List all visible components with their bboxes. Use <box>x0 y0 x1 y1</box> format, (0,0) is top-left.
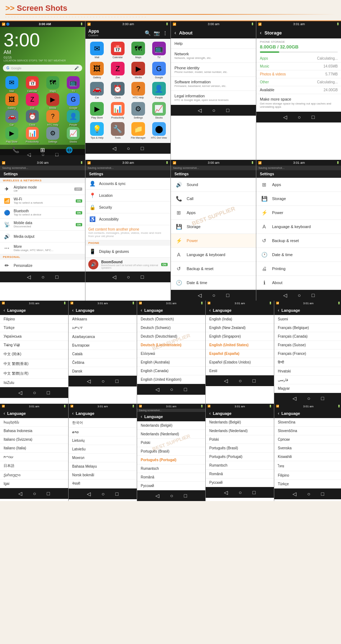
list-item[interactable]: ✉ Mail <box>87 41 107 60</box>
list-item[interactable]: Help <box>171 38 256 49</box>
list-item[interactable]: 🔒 Security <box>85 201 170 213</box>
list-item[interactable]: Other Calculating... <box>256 78 341 86</box>
home-button[interactable]: ○ <box>239 378 242 384</box>
list-item[interactable]: Eesti <box>206 367 274 375</box>
list-item[interactable]: Español (España) <box>206 349 274 358</box>
list-item[interactable]: English (Canada) <box>137 367 205 375</box>
list-item[interactable]: English (United States) <box>206 341 274 349</box>
list-item[interactable]: Italiano (Italia) <box>0 444 68 453</box>
list-item[interactable]: 한국어 <box>69 418 137 428</box>
home-button[interactable]: ○ <box>307 395 310 401</box>
list-item[interactable]: ▶ Play Store <box>87 101 107 120</box>
list-item[interactable]: English (Singapore) <box>206 332 274 341</box>
list-item[interactable]: فارسی <box>274 376 341 384</box>
list-item[interactable]: 📊 Productivity <box>22 127 42 143</box>
list-item[interactable]: Српски <box>274 435 341 444</box>
list-item[interactable]: 📺 TV <box>64 76 83 92</box>
list-item[interactable]: 🖨 Printing <box>256 262 341 276</box>
recent-button[interactable]: □ <box>184 493 187 499</box>
list-item[interactable]: Slovenčina <box>274 418 341 427</box>
list-item[interactable]: Azarbaycanca <box>69 333 137 341</box>
back-button[interactable]: ◁ <box>112 145 116 151</box>
list-item[interactable]: Suomi <box>274 315 341 324</box>
list-item[interactable]: हिन्दी <box>274 358 341 367</box>
list-item[interactable]: 🚗 Car <box>2 110 22 126</box>
camera-icon[interactable]: 📷 <box>154 30 160 36</box>
list-item[interactable]: ქართული <box>0 471 68 479</box>
list-item[interactable]: 🔧 Tools <box>108 121 128 140</box>
list-item[interactable]: ▶ Media <box>129 61 148 80</box>
google-search-bar[interactable]: G Google 🎤 <box>3 65 82 71</box>
back-button[interactable]: ◁ <box>198 292 202 298</box>
recent-button[interactable]: □ <box>141 145 144 151</box>
list-item[interactable]: 🖼 Gallery <box>87 61 107 80</box>
recent-button[interactable]: □ <box>116 378 118 384</box>
list-item[interactable]: ⋯ More Data usage, HTC Mini+, NFC... <box>0 242 85 254</box>
list-item[interactable]: ▶ Play Store <box>2 127 22 143</box>
list-item[interactable]: հայերեն <box>0 418 68 427</box>
home-button[interactable]: ○ <box>33 390 36 395</box>
list-item[interactable]: 👤 People <box>149 81 169 100</box>
list-item[interactable]: Kiswahili <box>274 453 341 461</box>
list-item[interactable]: Français (Suisse) <box>274 341 341 349</box>
list-item[interactable]: ↺ Backup & reset <box>256 234 341 248</box>
list-item[interactable]: ♿ Accessibility <box>85 213 170 225</box>
more-icon[interactable]: ⋮ <box>163 30 168 36</box>
home-button[interactable]: ○ <box>170 386 173 392</box>
list-item[interactable]: Català <box>69 350 137 358</box>
list-item[interactable]: ⚡ Power <box>256 206 341 220</box>
list-item[interactable]: ? HTC Help <box>43 110 63 126</box>
back-button[interactable]: ◁ <box>155 386 159 392</box>
recent-button[interactable]: □ <box>253 378 256 384</box>
back-button[interactable]: ◁ <box>293 491 296 497</box>
list-item[interactable]: Photos & videos 5.77MB <box>256 70 341 78</box>
mobile-toggle[interactable]: ON <box>76 223 83 226</box>
home-button[interactable]: ○ <box>239 490 242 495</box>
list-item[interactable]: 中文 (简体) <box>0 349 68 359</box>
home-button[interactable]: ○ <box>33 491 36 496</box>
list-item[interactable]: Български <box>69 341 137 350</box>
recent-button[interactable]: □ <box>226 107 229 113</box>
list-item[interactable]: ไทย <box>274 461 341 471</box>
list-item[interactable]: G Google <box>149 61 169 80</box>
list-item[interactable]: ? HTC Help <box>129 81 148 100</box>
list-item[interactable]: Română <box>206 470 274 478</box>
list-item[interactable]: Українська <box>0 332 68 341</box>
list-item[interactable]: Français (Belgique) <box>274 324 341 332</box>
list-item[interactable]: Nederlands (België) <box>137 421 205 430</box>
airplane-toggle[interactable]: OFF <box>74 187 82 191</box>
back-icon[interactable]: ‹ <box>4 308 5 313</box>
list-item[interactable]: Slovenščina <box>274 427 341 435</box>
list-item[interactable]: English (Australia) <box>137 358 205 367</box>
list-item[interactable]: 📱 Display & gestures <box>85 246 170 258</box>
list-item[interactable]: Network Network, signal strength, etc. <box>171 49 256 63</box>
back-button[interactable]: ◁ <box>155 493 159 499</box>
back-button[interactable]: ◁ <box>18 491 22 496</box>
list-item[interactable]: Dansk <box>69 367 137 376</box>
list-item[interactable]: Deutsch (Österreich) <box>137 315 205 324</box>
list-item[interactable]: Română <box>137 473 205 482</box>
list-item[interactable]: Available 24.00GB <box>256 86 341 94</box>
list-item[interactable]: 📅 Calendar <box>108 41 128 60</box>
list-item[interactable]: Português (Portugal) <box>137 456 205 464</box>
list-item[interactable]: 日本語 <box>0 461 68 471</box>
list-item[interactable]: 📈 Stocks <box>64 127 83 143</box>
make-more-space-item[interactable]: Make more space Get more storage space b… <box>256 94 341 112</box>
home-button[interactable]: ○ <box>102 491 104 497</box>
list-item[interactable]: Français (France) <box>274 349 341 358</box>
back-button[interactable]: ◁ <box>283 292 287 298</box>
list-item[interactable]: Deutsch (Deutschland) <box>137 332 205 341</box>
list-item[interactable]: Norsk bokmål <box>69 471 137 479</box>
list-item[interactable]: Polski <box>206 435 274 444</box>
list-item[interactable]: English (India) <box>206 315 274 324</box>
back-icon[interactable]: ‹ <box>72 308 74 313</box>
browser-icon[interactable]: 🌐 <box>66 147 73 153</box>
list-item[interactable]: Bahasa Melayu <box>69 462 137 471</box>
list-item[interactable]: ▶ Media <box>43 93 63 109</box>
list-item[interactable]: 📁 File Manager <box>129 121 148 140</box>
list-item[interactable]: ລາວ <box>69 428 137 436</box>
list-item[interactable]: Português (Portugal) <box>206 453 274 461</box>
recent-button[interactable]: □ <box>184 386 187 392</box>
recent-button[interactable]: □ <box>116 491 118 497</box>
back-button[interactable]: ◁ <box>27 274 31 280</box>
